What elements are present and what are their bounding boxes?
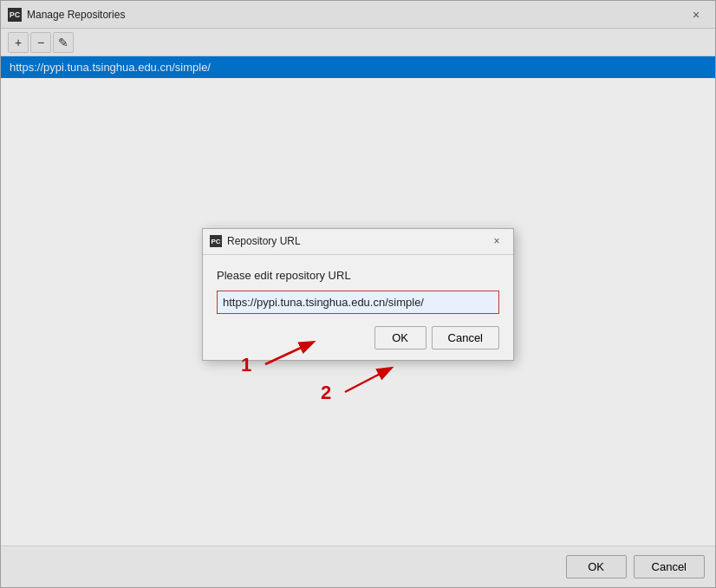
- dialog-cancel-button[interactable]: Cancel: [432, 326, 499, 350]
- dialog-body: Please edit repository URL OK Cancel: [203, 255, 513, 360]
- modal-overlay: PC Repository URL × Please edit reposito…: [0, 0, 716, 588]
- repository-url-dialog: PC Repository URL × Please edit reposito…: [202, 228, 514, 361]
- dialog-buttons: OK Cancel: [217, 326, 499, 350]
- url-input[interactable]: [218, 291, 498, 313]
- dialog-ok-button[interactable]: OK: [374, 326, 426, 350]
- dialog-prompt: Please edit repository URL: [217, 269, 499, 282]
- dialog-title-bar: PC Repository URL ×: [203, 229, 513, 255]
- dialog-app-icon: PC: [210, 235, 222, 247]
- url-input-wrapper: [217, 291, 499, 314]
- dialog-close-button[interactable]: ×: [487, 232, 506, 251]
- dialog-title: Repository URL: [227, 235, 487, 247]
